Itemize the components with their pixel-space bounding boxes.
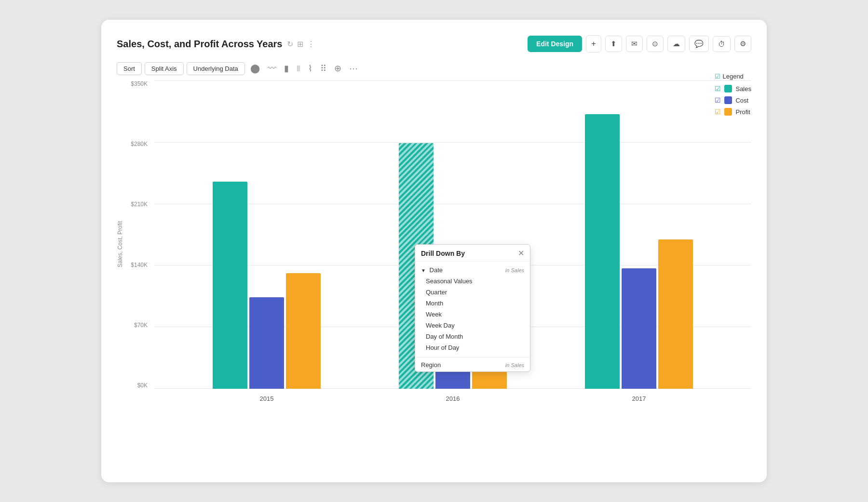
popup-date-header: ▼ Date in Sales bbox=[415, 264, 530, 276]
more-chart-icon[interactable]: ⋯ bbox=[347, 61, 360, 76]
pie-chart-icon[interactable]: ⬤ bbox=[248, 61, 262, 76]
drilldown-popup: Drill Down By ✕ ▼ Date in Sales Seasonal… bbox=[415, 244, 530, 372]
x-label-2017: 2017 bbox=[546, 395, 732, 402]
chart-plot: 2015 2016 2017 Drill Down By ✕ ▼ Da bbox=[154, 80, 751, 408]
y-tick-280: $280K bbox=[126, 141, 151, 147]
date-caret-icon: ▼ bbox=[421, 268, 426, 273]
area-chart-icon[interactable]: ⌇ bbox=[306, 61, 315, 76]
y-ticks: $0K $70K $140K $210K $280K $350K bbox=[126, 80, 151, 389]
chart-area: Sales, Cost, Profit $0K $70K $140K $210K… bbox=[117, 80, 751, 408]
legend-profit-checkbox[interactable]: ☑ bbox=[715, 108, 721, 116]
region-header-text: Region bbox=[421, 361, 441, 369]
popup-divider bbox=[415, 357, 530, 357]
chat-button[interactable]: 💬 bbox=[689, 36, 709, 52]
chart-inner: $0K $70K $140K $210K $280K $350K bbox=[126, 80, 751, 408]
bar-chart-icon[interactable]: ▮ bbox=[282, 61, 291, 76]
popup-region-header: Region in Sales bbox=[415, 358, 530, 371]
more-icon[interactable]: ⋮ bbox=[307, 40, 315, 49]
edit-design-button[interactable]: Edit Design bbox=[528, 36, 582, 52]
underlying-data-button[interactable]: Underlying Data bbox=[187, 62, 245, 75]
legend-item-cost: ☑ Cost bbox=[715, 96, 751, 104]
popup-title: Drill Down By bbox=[421, 250, 465, 257]
date-header-text: ▼ Date bbox=[421, 266, 443, 274]
y-tick-210: $210K bbox=[126, 201, 151, 208]
grid-icon[interactable]: ⊞ bbox=[297, 40, 303, 49]
legend-profit-label: Profit bbox=[735, 108, 750, 116]
line-chart-icon[interactable]: 〰 bbox=[265, 62, 279, 76]
settings-button[interactable]: ⚙ bbox=[734, 36, 751, 52]
bar-group-2015 bbox=[213, 182, 321, 389]
add-button[interactable]: + bbox=[586, 35, 601, 53]
legend-profit-swatch bbox=[724, 108, 732, 116]
bar-sales-2015[interactable] bbox=[213, 182, 247, 389]
bar-group-2017 bbox=[585, 114, 693, 389]
legend-item-profit: ☑ Profit bbox=[715, 108, 751, 116]
legend-title: ☑ Legend bbox=[715, 73, 751, 80]
legend-item-sales: ☑ Sales bbox=[715, 85, 751, 92]
drilldown-day-of-month[interactable]: Day of Month bbox=[415, 331, 530, 342]
bar-profit-2017[interactable] bbox=[658, 239, 693, 389]
sort-button[interactable]: Sort bbox=[117, 62, 142, 75]
cloud-button[interactable]: ☁ bbox=[667, 36, 685, 52]
legend: ☑ Legend ☑ Sales ☑ Cost ☑ Profit bbox=[715, 73, 751, 116]
title-area: Sales, Cost, and Profit Across Years ↻ ⊞… bbox=[117, 39, 315, 50]
legend-sales-swatch bbox=[724, 85, 732, 92]
legend-cost-swatch bbox=[724, 96, 732, 104]
legend-checkbox-icon[interactable]: ☑ bbox=[715, 73, 720, 80]
y-tick-70: $70K bbox=[126, 322, 151, 329]
refresh-icon[interactable]: ↻ bbox=[287, 40, 293, 49]
dot-chart-icon[interactable]: ⠿ bbox=[318, 61, 329, 76]
popup-date-section: ▼ Date in Sales Seasonal Values Quarter … bbox=[415, 262, 530, 356]
region-in-label: in Sales bbox=[505, 362, 524, 368]
legend-sales-checkbox[interactable]: ☑ bbox=[715, 85, 721, 92]
bar-sales-2017[interactable] bbox=[585, 114, 620, 389]
bar-profit-2015[interactable] bbox=[286, 273, 321, 389]
legend-sales-label: Sales bbox=[735, 85, 751, 92]
toolbar: Sort Split Axis Underlying Data ⬤ 〰 ▮ ⫴ … bbox=[117, 61, 751, 76]
drilldown-hour-of-day[interactable]: Hour of Day bbox=[415, 342, 530, 353]
date-in-label: in Sales bbox=[505, 267, 524, 273]
drilldown-week-day[interactable]: Week Day bbox=[415, 320, 530, 331]
share-button[interactable]: ⊙ bbox=[647, 36, 664, 52]
drilldown-quarter[interactable]: Quarter bbox=[415, 287, 530, 298]
chart-title: Sales, Cost, and Profit Across Years bbox=[117, 39, 282, 50]
popup-close-button[interactable]: ✕ bbox=[518, 250, 524, 257]
x-label-2015: 2015 bbox=[174, 395, 360, 402]
grouped-bar-icon[interactable]: ⫴ bbox=[294, 62, 303, 76]
x-labels: 2015 2016 2017 bbox=[154, 389, 751, 408]
header-actions: Edit Design + ⬆ ✉ ⊙ ☁ 💬 ⏱ ⚙ bbox=[528, 35, 751, 53]
bar-cost-2015[interactable] bbox=[249, 297, 284, 389]
popup-header: Drill Down By ✕ bbox=[415, 245, 530, 262]
y-tick-350: $350K bbox=[126, 80, 151, 87]
title-icons: ↻ ⊞ ⋮ bbox=[287, 40, 315, 49]
legend-title-text: Legend bbox=[722, 73, 743, 80]
header-row: Sales, Cost, and Profit Across Years ↻ ⊞… bbox=[117, 35, 751, 53]
drilldown-seasonal-values[interactable]: Seasonal Values bbox=[415, 276, 530, 287]
y-axis-label: Sales, Cost, Profit bbox=[117, 221, 123, 267]
legend-cost-label: Cost bbox=[735, 97, 748, 104]
mail-button[interactable]: ✉ bbox=[626, 36, 643, 52]
map-icon[interactable]: ⊕ bbox=[332, 61, 344, 76]
chart-card: Sales, Cost, and Profit Across Years ↻ ⊞… bbox=[101, 20, 767, 482]
y-tick-140: $140K bbox=[126, 262, 151, 268]
drilldown-month[interactable]: Month bbox=[415, 298, 530, 309]
export-button[interactable]: ⬆ bbox=[605, 36, 622, 52]
legend-cost-checkbox[interactable]: ☑ bbox=[715, 96, 721, 104]
y-tick-0: $0K bbox=[126, 382, 151, 389]
x-label-2016: 2016 bbox=[360, 395, 546, 402]
split-axis-button[interactable]: Split Axis bbox=[145, 62, 184, 75]
clock-button[interactable]: ⏱ bbox=[713, 36, 731, 52]
drilldown-week[interactable]: Week bbox=[415, 309, 530, 320]
bar-cost-2017[interactable] bbox=[622, 268, 656, 389]
